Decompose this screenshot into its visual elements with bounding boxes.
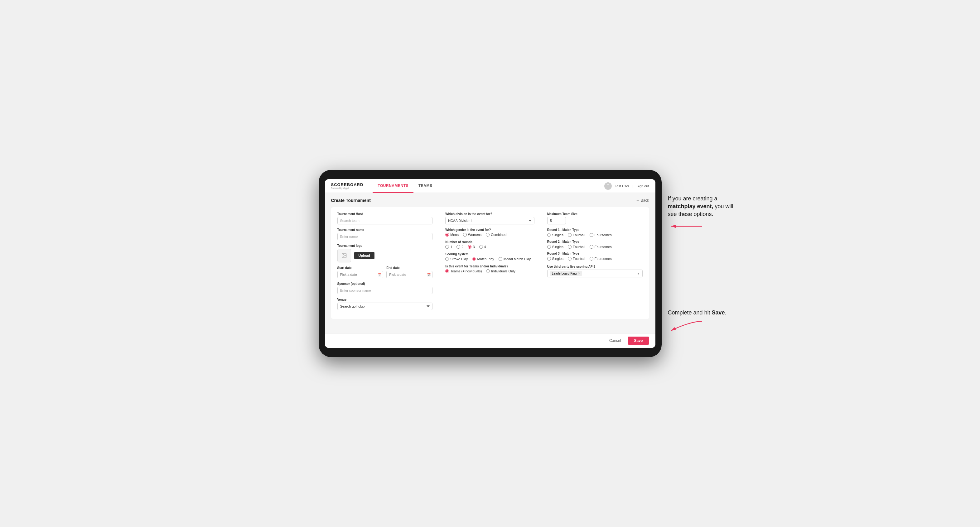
round3-foursomes[interactable]: Foursomes bbox=[590, 257, 612, 260]
teams-teams-radio[interactable] bbox=[445, 269, 449, 273]
gender-womens-radio[interactable] bbox=[463, 233, 467, 237]
scoring-group: Scoring system Stroke Play Match Play bbox=[445, 252, 535, 261]
round2-match-type: Round 2 - Match Type Singles Fourball bbox=[547, 240, 643, 249]
form-left-column: Tournament Host Tournament name Tourname… bbox=[337, 212, 439, 314]
venue-label: Venue bbox=[337, 298, 433, 302]
gender-mens-label: Mens bbox=[450, 233, 459, 237]
save-button[interactable]: Save bbox=[628, 337, 649, 345]
annotation-right-text1: If you are creating a bbox=[668, 195, 718, 202]
page-title: Create Tournament bbox=[331, 198, 371, 203]
scoring-medal-label: Medal Match Play bbox=[504, 257, 531, 261]
annotation-bottom-text1: Complete and hit bbox=[668, 310, 712, 316]
round2-singles-radio[interactable] bbox=[547, 245, 551, 249]
scoring-match[interactable]: Match Play bbox=[472, 257, 494, 261]
api-label: Use third-party live scoring API? bbox=[547, 265, 643, 268]
gender-womens[interactable]: Womens bbox=[463, 233, 481, 237]
teams-teams[interactable]: Teams (+Individuals) bbox=[445, 269, 482, 273]
round1-fourball[interactable]: Fourball bbox=[568, 233, 585, 237]
round1-match-type: Round 1 - Match Type Singles Fourball bbox=[547, 228, 643, 237]
scoring-medal-radio[interactable] bbox=[499, 257, 502, 261]
gender-label: Which gender is the event for? bbox=[445, 228, 535, 232]
round1-fourball-radio[interactable] bbox=[568, 233, 571, 237]
round-1-radio[interactable] bbox=[445, 245, 449, 249]
username: Test User bbox=[615, 184, 629, 188]
calendar-icon-2: 📅 bbox=[427, 273, 431, 276]
round1-singles[interactable]: Singles bbox=[547, 233, 563, 237]
round2-match-type-label: Round 2 - Match Type bbox=[547, 240, 643, 243]
round2-foursomes-radio[interactable] bbox=[590, 245, 593, 249]
scoring-label: Scoring system bbox=[445, 252, 535, 256]
api-select-wrap[interactable]: Leaderboard King ✕ ▼ bbox=[547, 270, 643, 277]
tournament-name-input[interactable] bbox=[337, 233, 433, 240]
calendar-icon: 📅 bbox=[378, 273, 381, 276]
round-2[interactable]: 2 bbox=[457, 245, 463, 249]
sponsor-input[interactable] bbox=[337, 287, 433, 294]
scoring-medal[interactable]: Medal Match Play bbox=[499, 257, 531, 261]
tournament-name-group: Tournament name bbox=[337, 228, 433, 240]
rounds-group: Number of rounds 1 2 bbox=[445, 240, 535, 249]
teams-individuals[interactable]: Individuals Only bbox=[486, 269, 515, 273]
avatar: T bbox=[604, 182, 612, 190]
upload-button[interactable]: Upload bbox=[354, 252, 374, 259]
round1-radio-group: Singles Fourball Foursomes bbox=[547, 233, 643, 237]
nav-tournaments[interactable]: TOURNAMENTS bbox=[372, 179, 414, 193]
end-date-input[interactable] bbox=[386, 271, 433, 278]
max-team-size-input[interactable] bbox=[547, 217, 566, 224]
round1-foursomes-radio[interactable] bbox=[590, 233, 593, 237]
gender-combined-radio[interactable] bbox=[486, 233, 490, 237]
venue-select[interactable]: Search golf club bbox=[337, 303, 433, 310]
gender-group: Which gender is the event for? Mens Wome… bbox=[445, 228, 535, 237]
teams-individuals-label: Individuals Only bbox=[491, 269, 515, 273]
round1-singles-radio[interactable] bbox=[547, 233, 551, 237]
cancel-button[interactable]: Cancel bbox=[606, 337, 625, 345]
round1-foursomes-label: Foursomes bbox=[595, 233, 612, 237]
round-4[interactable]: 4 bbox=[479, 245, 486, 249]
nav-teams[interactable]: TEAMS bbox=[414, 179, 438, 193]
round2-fourball-label: Fourball bbox=[573, 245, 585, 249]
annotation-bottom: Complete and hit Save. bbox=[668, 309, 743, 332]
api-tag-close-icon[interactable]: ✕ bbox=[578, 272, 580, 275]
date-row: Start date 📅 End date 📅 bbox=[337, 266, 433, 278]
round-1[interactable]: 1 bbox=[445, 245, 452, 249]
round3-fourball-radio[interactable] bbox=[568, 257, 571, 260]
scoring-stroke[interactable]: Stroke Play bbox=[445, 257, 468, 261]
round3-fourball[interactable]: Fourball bbox=[568, 257, 585, 260]
sign-out-link[interactable]: Sign out bbox=[636, 184, 649, 188]
scoring-stroke-radio[interactable] bbox=[445, 257, 449, 261]
round-3-radio[interactable] bbox=[468, 245, 471, 249]
gender-mens[interactable]: Mens bbox=[445, 233, 459, 237]
round1-match-type-label: Round 1 - Match Type bbox=[547, 228, 643, 232]
round2-singles[interactable]: Singles bbox=[547, 245, 563, 249]
round2-foursomes[interactable]: Foursomes bbox=[590, 245, 612, 249]
scoring-match-radio[interactable] bbox=[472, 257, 476, 261]
logo-upload-area: Upload bbox=[337, 249, 433, 262]
svg-point-1 bbox=[343, 254, 344, 255]
main-content: Create Tournament ← Back Tournament Host… bbox=[325, 193, 655, 333]
annotation-bottom-text2: . bbox=[725, 310, 727, 316]
round2-fourball-radio[interactable] bbox=[568, 245, 571, 249]
tournament-host-input[interactable] bbox=[337, 217, 433, 224]
logo-placeholder-icon bbox=[337, 249, 351, 262]
round1-foursomes[interactable]: Foursomes bbox=[590, 233, 612, 237]
round-3[interactable]: 3 bbox=[468, 245, 474, 249]
rounds-radio-group: 1 2 3 bbox=[445, 245, 535, 249]
division-select[interactable]: NCAA Division I bbox=[445, 217, 535, 224]
round3-singles-radio[interactable] bbox=[547, 257, 551, 260]
round3-match-type-label: Round 3 - Match Type bbox=[547, 252, 643, 255]
back-link[interactable]: ← Back bbox=[636, 198, 649, 203]
round3-singles[interactable]: Singles bbox=[547, 257, 563, 260]
tournament-host-group: Tournament Host bbox=[337, 212, 433, 224]
gender-mens-radio[interactable] bbox=[445, 233, 449, 237]
round3-foursomes-radio[interactable] bbox=[590, 257, 593, 260]
teams-radio-group: Teams (+Individuals) Individuals Only bbox=[445, 269, 535, 273]
round-4-radio[interactable] bbox=[479, 245, 483, 249]
round-2-radio[interactable] bbox=[457, 245, 460, 249]
gender-combined[interactable]: Combined bbox=[486, 233, 506, 237]
teams-individuals-radio[interactable] bbox=[486, 269, 490, 273]
api-chevron-icon: ▼ bbox=[637, 272, 640, 275]
round2-foursomes-label: Foursomes bbox=[595, 245, 612, 249]
round2-fourball[interactable]: Fourball bbox=[568, 245, 585, 249]
start-date-input[interactable] bbox=[337, 271, 383, 278]
logo-title: SCOREBOARD bbox=[331, 183, 364, 187]
sponsor-group: Sponsor (optional) bbox=[337, 282, 433, 294]
